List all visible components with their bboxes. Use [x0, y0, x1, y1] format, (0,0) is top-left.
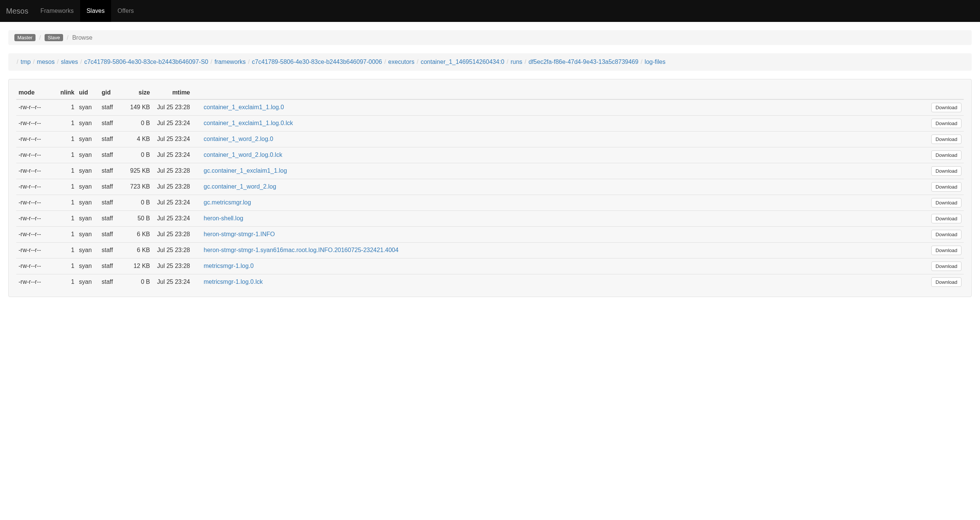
cell-mode: -rw-r--r--	[16, 242, 58, 258]
cell-uid: syan	[77, 131, 99, 147]
breadcrumb-separator: /	[208, 59, 214, 65]
cell-mode: -rw-r--r--	[16, 274, 58, 290]
download-button[interactable]: Download	[931, 278, 961, 287]
breadcrumb-separator: /	[30, 59, 37, 65]
cell-mode: -rw-r--r--	[16, 147, 58, 163]
cell-mode: -rw-r--r--	[16, 211, 58, 227]
file-link[interactable]: heron-stmgr-stmgr-1.syan616mac.root.log.…	[204, 247, 399, 253]
breadcrumb-master-badge[interactable]: Master	[14, 34, 35, 41]
cell-nlink: 1	[58, 195, 77, 211]
path-crumb[interactable]: executors	[388, 59, 414, 65]
cell-size: 12 KB	[122, 258, 152, 274]
cell-download: Download	[926, 227, 964, 242]
path-crumb[interactable]: container_1_1469514260434:0	[420, 59, 504, 65]
file-link[interactable]: container_1_exclaim1_1.log.0.lck	[204, 120, 293, 126]
col-header-size[interactable]: size	[122, 86, 152, 99]
table-row: -rw-r--r--1syanstaff4 KBJul 25 23:24cont…	[16, 131, 964, 147]
path-crumb[interactable]: c7c41789-5806-4e30-83ce-b2443b646097-S0	[84, 59, 208, 65]
table-row: -rw-r--r--1syanstaff0 BJul 25 23:24conta…	[16, 147, 964, 163]
col-header-nlink[interactable]: nlink	[58, 86, 77, 99]
file-link[interactable]: metricsmgr-1.log.0.lck	[204, 279, 262, 285]
cell-filename: gc.metricsmgr.log	[201, 195, 926, 211]
col-header-mtime[interactable]: mtime	[152, 86, 201, 99]
file-link[interactable]: gc.metricsmgr.log	[204, 199, 251, 206]
file-link[interactable]: container_1_exclaim1_1.log.0	[204, 104, 284, 110]
cell-uid: syan	[77, 147, 99, 163]
col-header-download	[926, 86, 964, 99]
download-button[interactable]: Download	[931, 246, 961, 255]
col-header-mode[interactable]: mode	[16, 86, 58, 99]
nav-item-frameworks[interactable]: Frameworks	[34, 0, 80, 22]
cell-uid: syan	[77, 227, 99, 242]
cell-gid: staff	[99, 131, 122, 147]
table-row: -rw-r--r--1syanstaff723 KBJul 25 23:28gc…	[16, 179, 964, 195]
download-button[interactable]: Download	[931, 182, 961, 191]
cell-nlink: 1	[58, 274, 77, 290]
download-button[interactable]: Download	[931, 119, 961, 128]
file-link[interactable]: gc.container_1_word_2.log	[204, 183, 276, 190]
cell-download: Download	[926, 242, 964, 258]
path-crumb[interactable]: log-files	[644, 59, 665, 65]
path-crumb[interactable]: c7c41789-5806-4e30-83ce-b2443b646097-000…	[252, 59, 382, 65]
col-header-gid[interactable]: gid	[99, 86, 122, 99]
cell-mtime: Jul 25 23:28	[152, 179, 201, 195]
cell-nlink: 1	[58, 227, 77, 242]
path-crumb[interactable]: mesos	[37, 59, 55, 65]
breadcrumb-separator: /	[382, 59, 388, 65]
cell-nlink: 1	[58, 131, 77, 147]
file-link[interactable]: container_1_word_2.log.0	[204, 136, 273, 142]
file-link[interactable]: metricsmgr-1.log.0	[204, 263, 253, 269]
nav-item-offers[interactable]: Offers	[111, 0, 140, 22]
download-button[interactable]: Download	[931, 166, 961, 176]
cell-size: 4 KB	[122, 131, 152, 147]
breadcrumb-slave-badge[interactable]: Slave	[45, 34, 63, 41]
download-button[interactable]: Download	[931, 134, 961, 144]
download-button[interactable]: Download	[931, 198, 961, 207]
cell-uid: syan	[77, 242, 99, 258]
cell-uid: syan	[77, 115, 99, 131]
path-crumb[interactable]: frameworks	[215, 59, 246, 65]
cell-filename: container_1_exclaim1_1.log.0	[201, 99, 926, 116]
breadcrumb-separator: /	[414, 59, 420, 65]
path-crumb[interactable]: runs	[511, 59, 522, 65]
download-button[interactable]: Download	[931, 230, 961, 239]
cell-gid: staff	[99, 274, 122, 290]
cell-gid: staff	[99, 163, 122, 179]
breadcrumb-separator: /	[522, 59, 528, 65]
file-link[interactable]: heron-stmgr-stmgr-1.INFO	[204, 231, 275, 237]
cell-filename: gc.container_1_exclaim1_1.log	[201, 163, 926, 179]
cell-gid: staff	[99, 115, 122, 131]
cell-nlink: 1	[58, 211, 77, 227]
path-breadcrumb: /tmp/mesos/slaves/c7c41789-5806-4e30-83c…	[8, 53, 972, 71]
path-crumb[interactable]: slaves	[61, 59, 78, 65]
col-header-uid[interactable]: uid	[77, 86, 99, 99]
cell-size: 0 B	[122, 147, 152, 163]
file-link[interactable]: gc.container_1_exclaim1_1.log	[204, 167, 287, 174]
cell-size: 0 B	[122, 115, 152, 131]
cell-filename: metricsmgr-1.log.0	[201, 258, 926, 274]
cell-download: Download	[926, 147, 964, 163]
cell-uid: syan	[77, 211, 99, 227]
file-link[interactable]: container_1_word_2.log.0.lck	[204, 152, 282, 158]
breadcrumb-separator: /	[14, 59, 21, 65]
cell-gid: staff	[99, 242, 122, 258]
download-button[interactable]: Download	[931, 262, 961, 271]
download-button[interactable]: Download	[931, 150, 961, 160]
nav-item-slaves[interactable]: Slaves	[80, 0, 111, 22]
brand-link[interactable]: Mesos	[6, 0, 34, 22]
breadcrumb-separator: /	[504, 59, 511, 65]
cell-mtime: Jul 25 23:24	[152, 195, 201, 211]
cell-nlink: 1	[58, 258, 77, 274]
download-button[interactable]: Download	[931, 103, 961, 112]
cell-download: Download	[926, 99, 964, 116]
cell-mode: -rw-r--r--	[16, 195, 58, 211]
cell-mode: -rw-r--r--	[16, 227, 58, 242]
cell-gid: staff	[99, 179, 122, 195]
path-crumb[interactable]: tmp	[21, 59, 30, 65]
table-row: -rw-r--r--1syanstaff0 BJul 25 23:24conta…	[16, 115, 964, 131]
download-button[interactable]: Download	[931, 214, 961, 223]
cell-uid: syan	[77, 99, 99, 116]
file-listing-panel: mode nlink uid gid size mtime -rw-r--r--…	[8, 79, 972, 297]
file-link[interactable]: heron-shell.log	[204, 215, 243, 222]
path-crumb[interactable]: df5ec2fa-f86e-47d4-9e43-13a5c8739469	[528, 59, 638, 65]
